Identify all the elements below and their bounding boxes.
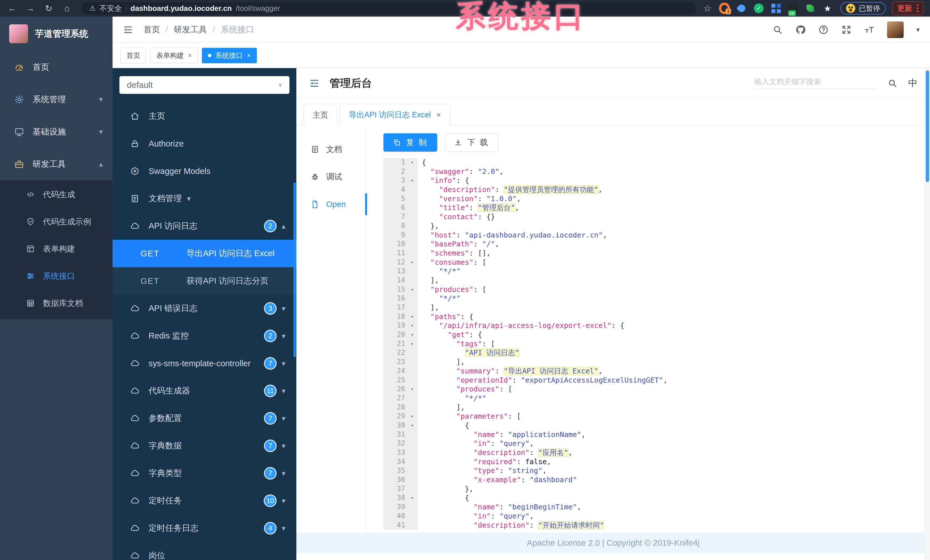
fold-icon[interactable]: ▾ (408, 412, 417, 421)
tag-item[interactable]: 首页 (120, 48, 146, 63)
extension-icon[interactable] (770, 3, 781, 14)
breadcrumb-item[interactable]: 研发工具 (174, 24, 207, 35)
avatar[interactable] (887, 21, 904, 38)
api-menu-item[interactable]: Swagger Models (112, 157, 296, 185)
api-menu-item[interactable]: API 错误日志 3▾ (112, 295, 296, 322)
api-menu-item[interactable]: 文档管理 ▾ (112, 185, 296, 212)
api-menu-item[interactable]: 定时任务日志 4▾ (112, 514, 296, 542)
sidebar-subitem[interactable]: 代码生成示例 (0, 208, 112, 235)
breadcrumb-item[interactable]: 首页 (143, 24, 160, 35)
doc-tab[interactable]: 主页 (304, 104, 337, 126)
sidebar-item[interactable]: 首页 (0, 51, 112, 83)
fold-icon[interactable]: ▾ (408, 258, 417, 267)
close-icon[interactable]: × (247, 52, 251, 60)
tag-item[interactable]: 表单构建 × (150, 48, 198, 63)
api-menu-label: Swagger Models (149, 167, 211, 176)
doc-search-icon[interactable] (888, 78, 898, 88)
doc-search-field[interactable] (754, 77, 877, 89)
copy-button[interactable]: 复 制 (383, 133, 437, 152)
chevron-up-icon: ▴ (99, 160, 103, 169)
reload-icon[interactable]: ↻ (43, 3, 54, 14)
menu-fold-icon[interactable] (123, 25, 133, 35)
api-menu-item[interactable]: 参数配置 7▾ (112, 405, 296, 432)
sidebar-item[interactable]: 系统管理▾ (0, 83, 112, 116)
api-menu-item[interactable]: sys-sms-template-controller 7▾ (112, 350, 296, 377)
browser-home-icon[interactable]: ⌂ (61, 3, 73, 13)
fullscreen-icon[interactable] (841, 25, 851, 35)
back-icon[interactable]: ← (6, 3, 18, 13)
fold-icon[interactable]: ▾ (408, 176, 417, 185)
api-endpoint-active[interactable]: GET 导出API 访问日志 Excel (112, 240, 296, 267)
sidebar-item[interactable]: 基础设施▾ (0, 116, 112, 148)
sidebar-subitem[interactable]: 系统接口 (0, 262, 112, 290)
breadcrumb-separator: / (166, 25, 168, 34)
doc-nav-open[interactable]: Open (296, 190, 366, 218)
code-line: 38 ▾ { (383, 493, 930, 502)
url-bar[interactable]: ⚠ 不安全 dashboard.yudao.iocoder.cn /tool/s… (82, 2, 696, 14)
forward-icon[interactable]: → (25, 3, 36, 13)
sidebar-item[interactable]: 研发工具▴ (0, 148, 112, 180)
fold-icon[interactable]: ▾ (408, 339, 417, 348)
extension-icon[interactable]: ★ (822, 3, 833, 14)
extension-icon[interactable]: cn (788, 3, 799, 14)
download-button[interactable]: 下 载 (445, 133, 499, 152)
collapse-sidebar-icon[interactable] (309, 78, 320, 89)
page-scrollbar-thumb[interactable] (926, 71, 929, 182)
fold-icon[interactable]: ▾ (408, 330, 417, 339)
font-size-icon[interactable] (864, 25, 875, 35)
fold-icon[interactable]: ▾ (408, 493, 417, 502)
bookmark-star-icon[interactable]: ☆ (703, 3, 711, 14)
sidebar-subitem[interactable]: 代码生成 (0, 181, 112, 208)
fold-icon[interactable]: ▾ (408, 421, 417, 430)
chevron-down-icon: ▾ (282, 524, 285, 533)
fold-icon[interactable]: ▾ (408, 158, 417, 167)
github-icon[interactable] (795, 25, 806, 35)
fold-icon[interactable]: ▾ (408, 321, 417, 330)
api-menu-item[interactable]: 主页 (112, 103, 296, 130)
api-menu-item[interactable]: 定时任务 10▾ (112, 487, 296, 514)
api-menu-item[interactable]: API 访问日志 2▴ (112, 212, 296, 240)
api-menu-item[interactable]: Redis 监控 2▾ (112, 322, 296, 350)
breadcrumb-item[interactable]: 系统接口 (221, 24, 254, 35)
api-menu-item[interactable]: Authorize (112, 130, 296, 157)
code-line: 17 ], (383, 303, 930, 312)
doc-nav-调试[interactable]: 调试 (296, 163, 366, 190)
api-menu-item[interactable]: 岗位 (112, 542, 296, 560)
close-icon[interactable]: × (188, 52, 192, 60)
caret-down-icon[interactable]: ▾ (916, 26, 920, 34)
extension-icon[interactable]: ✓ (753, 3, 764, 14)
api-menu-item[interactable]: 代码生成器 11▾ (112, 377, 296, 405)
code-line: 4 "description": "提供管理员管理的所有功能", (383, 185, 930, 194)
sidebar-item-label: 基础设施 (32, 126, 66, 138)
api-menu-item[interactable]: 字典类型 7▾ (112, 460, 296, 487)
update-button[interactable]: 更新 (892, 2, 924, 15)
close-icon[interactable]: × (437, 110, 441, 119)
extension-icon[interactable] (805, 3, 816, 14)
code-line: 31 "name": "applicationName", (383, 430, 930, 439)
doc-search-input[interactable] (754, 77, 877, 86)
paused-pill[interactable]: 已暂停 (841, 2, 886, 15)
extension-icon[interactable] (736, 3, 747, 14)
code-editor[interactable]: 1 ▾ { 2 "swagger": "2.0", 3 ▾ "info": { … (383, 158, 930, 532)
help-icon[interactable] (818, 25, 828, 35)
tag-active[interactable]: 系统接口 × (202, 48, 257, 63)
doc-tab-active[interactable]: 导出API 访问日志 Excel × (340, 104, 450, 126)
doc-nav-文档[interactable]: 文档 (296, 136, 366, 163)
api-endpoint[interactable]: GET 获得API 访问日志分页 (112, 267, 296, 295)
sidebar-subitem[interactable]: 数据库文档 (0, 290, 112, 317)
fold-icon[interactable]: ▾ (408, 285, 417, 294)
language-toggle-icon[interactable]: 中 (908, 77, 918, 90)
search-icon[interactable] (773, 25, 783, 35)
menu-dots-icon[interactable] (917, 4, 919, 12)
tools-icon (12, 160, 26, 169)
fold-icon[interactable]: ▾ (408, 385, 417, 394)
api-menu-item[interactable]: 字典数据 7▾ (112, 432, 296, 460)
fold-gutter (408, 167, 417, 176)
extension-icon[interactable]: 1 (719, 3, 730, 14)
sidebar-scrollbar-thumb[interactable] (294, 183, 296, 357)
sidebar-subitem[interactable]: 表单构建 (0, 235, 112, 262)
fold-icon[interactable]: ▾ (408, 312, 417, 321)
page-scrollbar[interactable] (925, 68, 930, 560)
api-group-select[interactable]: default ▾ (119, 76, 289, 94)
logo[interactable]: 芋道管理系统 (0, 17, 112, 51)
